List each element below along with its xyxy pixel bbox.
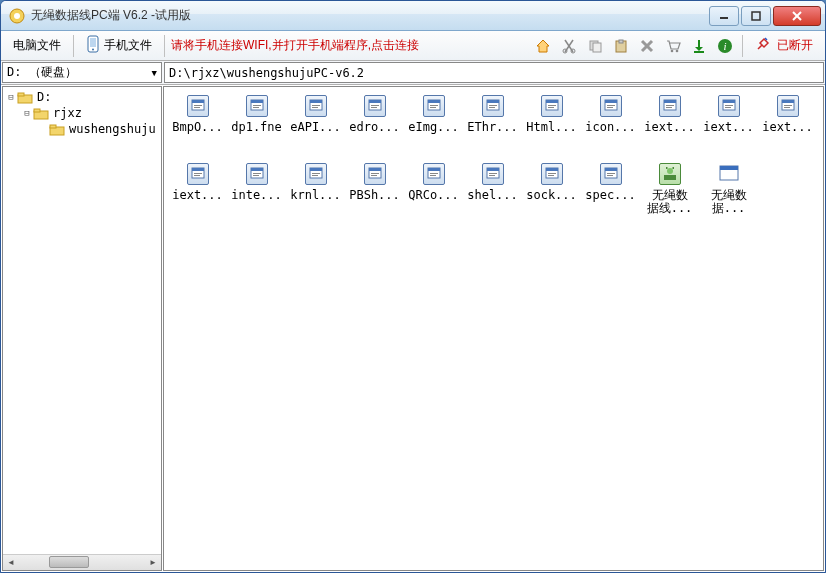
file-label: inte... xyxy=(231,189,282,202)
tree-node-wushengshuju[interactable]: wushengshuju xyxy=(3,121,161,137)
delete-icon[interactable] xyxy=(636,35,658,57)
file-item[interactable]: shel... xyxy=(463,163,522,223)
file-item[interactable]: inte... xyxy=(227,163,286,223)
paste-icon[interactable] xyxy=(610,35,632,57)
svg-rect-95 xyxy=(428,168,440,171)
file-label: 无绳数 据... xyxy=(711,189,747,215)
svg-rect-41 xyxy=(253,107,259,108)
home-icon[interactable] xyxy=(532,35,554,57)
file-item[interactable]: sock... xyxy=(522,163,581,223)
svg-rect-96 xyxy=(430,173,438,174)
svg-rect-97 xyxy=(430,175,436,176)
separator xyxy=(73,35,74,57)
connection-hint: 请将手机连接WIFI,并打开手机端程序,点击连接 xyxy=(171,37,419,54)
path-text: D:\rjxz\wushengshujuPC-v6.2 xyxy=(169,66,364,80)
download-icon[interactable] xyxy=(688,35,710,57)
file-item[interactable]: iext... xyxy=(640,95,699,155)
svg-text:i: i xyxy=(723,40,726,52)
dropdown-arrow-icon: ▼ xyxy=(152,68,157,78)
file-label: dp1.fne xyxy=(231,121,282,134)
fne-file-icon xyxy=(541,95,563,117)
svg-rect-105 xyxy=(548,175,554,176)
pc-files-tab[interactable]: 电脑文件 xyxy=(7,35,67,56)
svg-rect-57 xyxy=(489,107,495,108)
fne-file-icon xyxy=(600,163,622,185)
drive-selected: D: （硬盘） xyxy=(7,64,77,81)
svg-rect-81 xyxy=(194,175,200,176)
app-icon xyxy=(9,8,25,24)
file-item[interactable]: iext... xyxy=(758,95,817,155)
fne-file-icon xyxy=(423,95,445,117)
cut-icon[interactable] xyxy=(558,35,580,57)
svg-rect-112 xyxy=(666,167,668,169)
maximize-button[interactable] xyxy=(741,6,771,26)
window-title: 无绳数据线PC端 V6.2 -试用版 xyxy=(31,7,707,24)
file-list-pane[interactable]: BmpO...dp1.fneeAPI...edro...eImg...EThr.… xyxy=(163,86,824,571)
file-item[interactable]: 无绳数 据... xyxy=(699,163,758,223)
file-item[interactable]: BmpO... xyxy=(168,95,227,155)
titlebar[interactable]: 无绳数据线PC端 V6.2 -试用版 xyxy=(1,1,825,31)
folder-tree[interactable]: ⊟ D: ⊟ rjxz wushengshuju ◄ ► xyxy=(2,86,162,571)
file-item[interactable]: Html... xyxy=(522,95,581,155)
file-item[interactable]: iext... xyxy=(168,163,227,223)
file-item[interactable]: edro... xyxy=(345,95,404,155)
file-label: PBSh... xyxy=(349,189,400,202)
svg-rect-67 xyxy=(664,100,676,103)
svg-point-111 xyxy=(667,168,673,174)
file-item[interactable]: 无绳数 据线... xyxy=(640,163,699,223)
svg-marker-23 xyxy=(695,47,703,51)
file-item[interactable]: krnl... xyxy=(286,163,345,223)
info-icon[interactable]: i xyxy=(714,35,736,57)
svg-rect-63 xyxy=(605,100,617,103)
minimize-button[interactable] xyxy=(709,6,739,26)
fne-file-icon xyxy=(246,163,268,185)
file-item[interactable]: icon... xyxy=(581,95,640,155)
svg-rect-39 xyxy=(251,100,263,103)
tree-node-rjxz[interactable]: ⊟ rjxz xyxy=(3,105,161,121)
svg-rect-33 xyxy=(50,125,56,128)
plug-icon xyxy=(755,36,771,55)
svg-rect-87 xyxy=(310,168,322,171)
file-item[interactable]: spec... xyxy=(581,163,640,223)
file-item[interactable]: PBSh... xyxy=(345,163,404,223)
svg-rect-3 xyxy=(752,12,760,20)
file-item[interactable]: eImg... xyxy=(404,95,463,155)
collapse-toggle-icon[interactable]: ⊟ xyxy=(21,108,33,118)
cart-icon[interactable] xyxy=(662,35,684,57)
svg-rect-108 xyxy=(607,173,615,174)
scroll-left-icon[interactable]: ◄ xyxy=(3,555,19,571)
file-label: eImg... xyxy=(408,121,459,134)
tree-node-root[interactable]: ⊟ D: xyxy=(3,89,161,105)
svg-rect-83 xyxy=(251,168,263,171)
connection-status[interactable]: 已断开 xyxy=(749,34,819,57)
svg-rect-103 xyxy=(546,168,558,171)
svg-rect-92 xyxy=(371,173,379,174)
svg-marker-9 xyxy=(537,40,549,52)
drive-dropdown[interactable]: D: （硬盘） ▼ xyxy=(2,62,162,83)
horizontal-scrollbar[interactable]: ◄ ► xyxy=(3,554,161,570)
svg-point-8 xyxy=(92,49,94,51)
file-label: icon... xyxy=(585,121,636,134)
path-input[interactable]: D:\rjxz\wushengshujuPC-v6.2 xyxy=(164,62,824,83)
file-label: iext... xyxy=(703,121,754,134)
scroll-right-icon[interactable]: ► xyxy=(145,555,161,571)
phone-files-tab[interactable]: 手机文件 xyxy=(80,33,158,58)
svg-rect-36 xyxy=(194,105,202,106)
svg-rect-60 xyxy=(548,105,556,106)
svg-rect-31 xyxy=(34,109,40,112)
tree-label: wushengshuju xyxy=(69,122,156,136)
file-item[interactable]: EThr... xyxy=(463,95,522,155)
copy-icon[interactable] xyxy=(584,35,606,57)
collapse-toggle-icon[interactable]: ⊟ xyxy=(5,92,17,102)
close-button[interactable] xyxy=(773,6,821,26)
svg-rect-48 xyxy=(371,105,379,106)
file-label: BmpO... xyxy=(172,121,223,134)
svg-rect-104 xyxy=(548,173,556,174)
file-item[interactable]: QRCo... xyxy=(404,163,463,223)
file-item[interactable]: iext... xyxy=(699,95,758,155)
scrollbar-thumb[interactable] xyxy=(49,556,89,568)
file-item[interactable]: eAPI... xyxy=(286,95,345,155)
svg-rect-77 xyxy=(784,107,790,108)
svg-rect-45 xyxy=(312,107,318,108)
file-item[interactable]: dp1.fne xyxy=(227,95,286,155)
